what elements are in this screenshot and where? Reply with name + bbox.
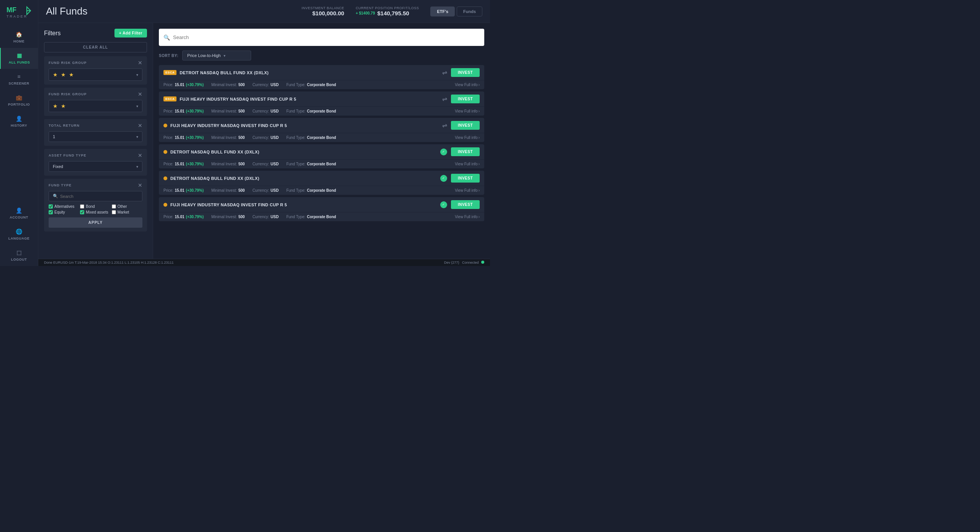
- fund-actions: ⇌ INVEST: [442, 121, 480, 130]
- checkbox-equity-input[interactable]: [49, 210, 53, 214]
- fund-card-bottom: Price: 15.01 (+30.79%) Minimal Invest: 5…: [159, 186, 484, 195]
- sidebar-item-home[interactable]: 🏠 HOME: [0, 27, 38, 48]
- search-icon: 🔍: [163, 34, 170, 41]
- filter-select-fund-risk-2[interactable]: ★ ★ ▾: [49, 100, 142, 112]
- fund-card-bottom: Price: 15.01 (+30.79%) Minimal Invest: 5…: [159, 107, 484, 116]
- home-icon: 🏠: [16, 31, 23, 38]
- fund-price: Price: 15.01 (+30.79%): [163, 215, 204, 219]
- filter-select-total-return[interactable]: 1 ▾: [49, 131, 142, 142]
- fund-min-invest: Minimal Invest: 500: [211, 109, 245, 113]
- sidebar-item-portfolio[interactable]: 💼 PORTFOLIO: [0, 90, 38, 111]
- sort-select[interactable]: Price Low-to-High ▾: [182, 51, 251, 60]
- filter-close-icon[interactable]: ✕: [138, 60, 142, 65]
- search-bar: 🔍: [159, 29, 484, 46]
- fund-card: FUJI HEAVY INDUSTRY NASDAQ INVEST FIND C…: [159, 118, 484, 142]
- sidebar-item-all-funds[interactable]: ▦ ALL FUNDS: [0, 48, 38, 69]
- filter-card-header-2: FUND RISK GROUP ✕: [49, 91, 142, 97]
- chevron-down-icon: ▾: [136, 73, 138, 77]
- fund-card: ESCA FUJI HEAVY INDUSTRY NASDAQ INVEST F…: [159, 91, 484, 116]
- checkbox-market[interactable]: Market: [112, 210, 142, 214]
- checkbox-alternatives-input[interactable]: [49, 204, 53, 209]
- total-return-value: 1: [53, 134, 55, 139]
- fund-currency: Currency: USD: [252, 109, 278, 113]
- fund-card: DETROIT NASDAQ BULL FUND XX (DXLX) ✓ INV…: [159, 171, 484, 195]
- sort-lines-icon[interactable]: ⇌: [442, 95, 447, 103]
- invest-button[interactable]: INVEST: [451, 95, 480, 103]
- fund-list: ESCA DETROIT NASDAQ BULL FUND XX (DXLX) …: [159, 65, 484, 253]
- filter-close-icon-4[interactable]: ✕: [138, 153, 142, 158]
- fund-type-detail: Fund Type: Corporate Bond: [286, 109, 336, 113]
- balance-label: Investment Balance: [302, 6, 344, 10]
- filter-close-icon-3[interactable]: ✕: [138, 123, 142, 128]
- sort-row: SORT BY: Price Low-to-High ▾: [159, 51, 484, 60]
- filter-title-total-return: TOTAL RETURN: [49, 124, 80, 127]
- view-full-info-link[interactable]: View Full info ›: [455, 215, 480, 219]
- filter-select-fund-risk-1[interactable]: ★ ★ ★ ▾: [49, 69, 142, 81]
- view-full-info-link[interactable]: View Full info ›: [455, 135, 480, 140]
- view-full-info-link[interactable]: View Full info ›: [455, 83, 480, 87]
- sort-lines-icon[interactable]: ⇌: [442, 122, 447, 129]
- filter-card-fund-risk-2: FUND RISK GROUP ✕ ★ ★ ▾: [44, 88, 147, 116]
- checkbox-bond[interactable]: Bond: [80, 204, 111, 209]
- sidebar-item-label: HOME: [13, 39, 24, 43]
- filter-card-total-return: TOTAL RETURN ✕ 1 ▾: [44, 119, 147, 146]
- checkbox-other[interactable]: Other: [112, 204, 142, 209]
- search-input[interactable]: [173, 34, 480, 40]
- fund-type-detail: Fund Type: Corporate Bond: [286, 188, 336, 193]
- status-right: Dev (277) Connected: [444, 261, 484, 264]
- sidebar-item-label: SCREENER: [8, 82, 29, 85]
- checkbox-mixed-assets[interactable]: Mixed assets: [80, 210, 111, 214]
- sidebar-item-label: PORTFOLIO: [8, 103, 30, 106]
- apply-button[interactable]: APPLY: [49, 217, 142, 228]
- invest-button[interactable]: INVEST: [451, 200, 480, 209]
- checkbox-alternatives[interactable]: Alternatives: [49, 204, 79, 209]
- filter-close-icon-5[interactable]: ✕: [138, 183, 142, 188]
- person-icon: 👤: [16, 116, 23, 122]
- fund-actions: ✓ INVEST: [440, 200, 480, 209]
- esca-badge: ESCA: [163, 70, 176, 75]
- fund-card-top: ESCA FUJI HEAVY INDUSTRY NASDAQ INVEST F…: [159, 91, 484, 107]
- view-full-info-link[interactable]: View Full info ›: [455, 188, 480, 193]
- app-logo: MF TRADER: [6, 4, 33, 19]
- checkbox-bond-input[interactable]: [80, 204, 84, 209]
- sidebar-item-history[interactable]: 👤 HISTORY: [0, 111, 38, 132]
- sort-lines-icon[interactable]: ⇌: [442, 69, 447, 76]
- invest-button[interactable]: INVEST: [451, 121, 480, 130]
- chevron-right-icon: ›: [479, 162, 480, 166]
- filters-header: Filters + Add Filter: [44, 29, 147, 38]
- fund-price: Price: 15.01 (+30.79%): [163, 188, 204, 193]
- tab-etfs[interactable]: ETF's: [430, 7, 455, 16]
- sidebar-item-account[interactable]: 👤 ACCOUNT: [0, 203, 38, 224]
- header-right: Investment Balance $100,000.00 Current P…: [302, 6, 482, 16]
- fund-actions: ⇌ INVEST: [442, 95, 480, 103]
- fund-type-search-input[interactable]: [60, 194, 138, 199]
- invest-button[interactable]: INVEST: [451, 68, 480, 77]
- asset-fund-type-value: Fixed: [53, 164, 63, 169]
- filter-close-icon-2[interactable]: ✕: [138, 91, 142, 97]
- filter-title-asset-fund-type: ASSET FUND TYPE: [49, 153, 87, 157]
- filter-select-asset-fund-type[interactable]: Fixed ▾: [49, 161, 142, 172]
- checkbox-equity[interactable]: Equity: [49, 210, 79, 214]
- checkbox-mixed-assets-input[interactable]: [80, 210, 84, 214]
- add-filter-button[interactable]: + Add Filter: [114, 29, 147, 38]
- view-full-info-link[interactable]: View Full info ›: [455, 162, 480, 166]
- sidebar-item-label: LANGUAGE: [8, 237, 30, 240]
- view-full-info-link[interactable]: View Full info ›: [455, 109, 480, 113]
- sidebar-item-screener[interactable]: ≡ SCREENER: [0, 69, 38, 90]
- checkbox-other-input[interactable]: [112, 204, 116, 209]
- fund-min-invest: Minimal Invest: 500: [211, 135, 245, 140]
- sidebar-item-label: HISTORY: [11, 124, 27, 127]
- checkbox-market-input[interactable]: [112, 210, 116, 214]
- clear-all-button[interactable]: CLEAR ALL: [44, 42, 147, 52]
- fund-dot: [163, 176, 167, 180]
- sidebar-item-language[interactable]: 🌐 LANGUAGE: [0, 224, 38, 245]
- sidebar-item-logout[interactable]: ⬚ LOGOUT: [0, 245, 38, 266]
- fund-type-detail: Fund Type: Corporate Bond: [286, 83, 336, 87]
- filter-title-fund-risk-1: FUND RISK GROUP: [49, 61, 87, 65]
- stars-value: ★ ★ ★: [53, 72, 75, 78]
- account-icon: 👤: [16, 207, 23, 214]
- tab-funds[interactable]: Funds: [457, 7, 482, 16]
- invest-button[interactable]: INVEST: [451, 147, 480, 156]
- invest-button[interactable]: INVEST: [451, 174, 480, 183]
- filter-title-fund-risk-2: FUND RISK GROUP: [49, 92, 87, 96]
